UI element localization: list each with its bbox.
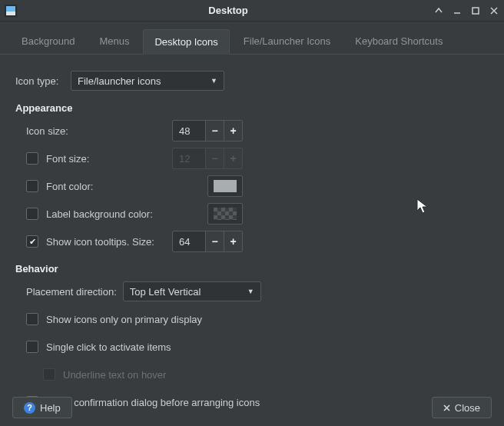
tooltips-label: Show icon tooltips. Size: (46, 236, 154, 248)
chevron-down-icon: ▼ (247, 288, 254, 295)
window-title: Desktop (23, 5, 433, 16)
maximize-button[interactable] (470, 5, 481, 16)
font-size-value: 12 (173, 153, 205, 165)
svg-rect-1 (6, 6, 15, 12)
tab-background[interactable]: Background (11, 29, 85, 54)
help-button-label: Help (40, 402, 61, 414)
tab-file-launcher-icons[interactable]: File/Launcher Icons (233, 29, 341, 54)
tab-menus[interactable]: Menus (88, 29, 140, 54)
chevron-down-icon: ▼ (211, 77, 217, 85)
placement-value: Top Left Vertical (130, 286, 201, 298)
label-bg-checkbox[interactable] (26, 208, 38, 220)
primary-display-checkbox[interactable] (26, 313, 38, 325)
tab-keyboard-shortcuts[interactable]: Keyboard Shortcuts (344, 29, 453, 54)
help-icon: ? (24, 402, 35, 414)
icon-type-label: Icon type: (15, 75, 71, 87)
font-size-label: Font size: (46, 153, 89, 165)
font-size-increment: + (224, 148, 242, 168)
app-icon (5, 5, 17, 17)
underline-label: Underline text on hover (63, 369, 166, 381)
placement-select[interactable]: Top Left Vertical ▼ (123, 281, 261, 301)
tooltips-size-spinner[interactable]: 64 − + (172, 231, 243, 252)
icon-size-decrement[interactable]: − (205, 121, 224, 141)
appearance-heading: Appearance (15, 102, 489, 114)
tab-desktop-icons[interactable]: Desktop Icons (143, 29, 229, 55)
icon-size-value: 48 (173, 125, 205, 137)
tooltips-size-increment[interactable]: + (224, 231, 242, 251)
tooltips-size-value: 64 (173, 236, 205, 248)
font-color-swatch (214, 180, 237, 192)
minimize-button[interactable] (452, 5, 463, 16)
font-color-label: Font color: (46, 181, 93, 192)
close-icon (443, 402, 450, 414)
font-color-button[interactable] (207, 175, 243, 197)
underline-checkbox (43, 368, 55, 381)
icon-type-select[interactable]: File/launcher icons ▼ (71, 71, 224, 91)
svg-rect-2 (6, 12, 15, 15)
single-click-checkbox[interactable] (26, 341, 38, 353)
font-size-spinner: 12 − + (172, 148, 243, 169)
icon-size-label: Icon size: (26, 125, 68, 137)
label-bg-button[interactable] (207, 203, 243, 225)
window-controls (433, 5, 499, 16)
placement-label: Placement direction: (26, 286, 117, 298)
font-size-decrement: − (205, 148, 224, 168)
primary-display-label: Show icons only on primary display (46, 314, 202, 325)
titlebar: Desktop (0, 0, 504, 22)
behavior-heading: Behavior (15, 263, 489, 275)
font-color-checkbox[interactable] (26, 180, 38, 192)
icon-size-spinner[interactable]: 48 − + (172, 120, 243, 141)
label-bg-label: Label background color: (46, 208, 153, 220)
label-bg-swatch (214, 208, 237, 220)
tooltips-checkbox[interactable] (26, 235, 38, 248)
single-click-label: Single click to activate items (46, 341, 171, 353)
close-button[interactable]: Close (432, 397, 492, 418)
svg-rect-4 (472, 8, 479, 14)
tab-bar: Background Menus Desktop Icons File/Laun… (0, 22, 504, 55)
icon-type-value: File/launcher icons (78, 75, 161, 87)
footer: ? Help Close (0, 389, 504, 426)
rollup-button[interactable] (433, 5, 444, 16)
tooltips-size-decrement[interactable]: − (205, 231, 224, 251)
font-size-checkbox[interactable] (26, 152, 38, 165)
icon-size-increment[interactable]: + (224, 121, 242, 141)
close-button-label: Close (455, 402, 480, 414)
content-pane: Icon type: File/launcher icons ▼ Appeara… (0, 55, 504, 426)
help-button[interactable]: ? Help (12, 397, 72, 418)
close-window-button[interactable] (489, 5, 499, 16)
